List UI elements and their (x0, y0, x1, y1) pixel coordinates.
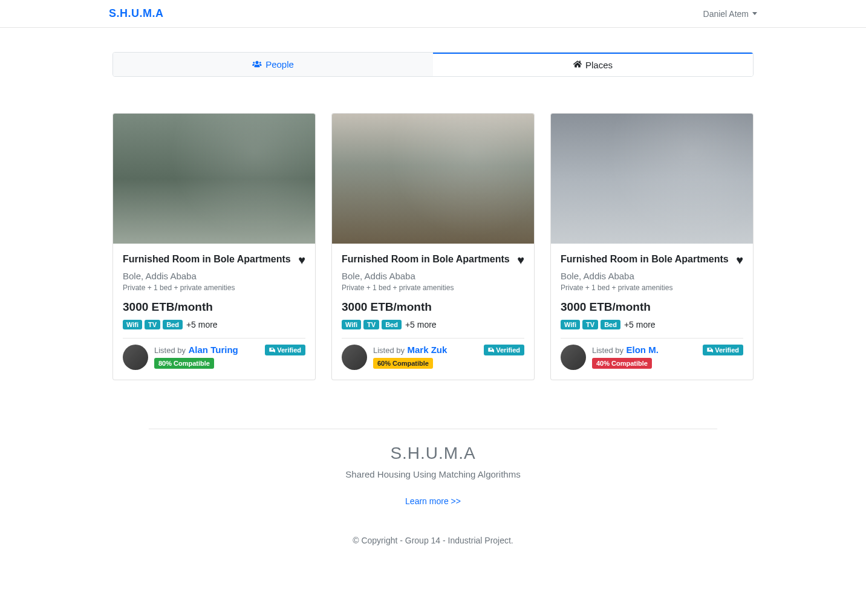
verified-icon (269, 347, 275, 353)
divider (149, 429, 717, 429)
heart-icon[interactable]: ♥ (517, 253, 524, 267)
tabs: People Places (112, 52, 754, 77)
listing-image (551, 114, 753, 244)
verified-badge: Verified (265, 345, 305, 355)
heart-icon[interactable]: ♥ (736, 253, 743, 267)
listing-title: Furnished Room in Bole Apartments (123, 253, 291, 266)
listing-meta: Private + 1 bed + private amenities (342, 284, 524, 292)
listing-price: 3000 ETB/month (561, 300, 743, 314)
avatar[interactable] (123, 345, 148, 370)
amenity-badge: Wifi (123, 320, 142, 329)
amenity-badge: Bed (601, 320, 620, 329)
places-icon (573, 60, 582, 70)
amenity-badge: Wifi (561, 320, 580, 329)
divider (123, 338, 305, 339)
main-container: People Places Furnished Room in Bole Apa… (112, 28, 754, 582)
lister-name[interactable]: Elon M. (627, 345, 659, 355)
amenity-badges: Wifi TV Bed +5 more (342, 320, 524, 329)
more-amenities: +5 more (186, 320, 218, 329)
lister-name[interactable]: Mark Zuk (408, 345, 448, 355)
amenity-badge: Bed (382, 320, 402, 329)
compatibility-badge: 80% Compatible (154, 358, 214, 369)
listing-image (113, 114, 315, 244)
listing-title: Furnished Room in Bole Apartments (561, 253, 729, 266)
amenity-badges: Wifi TV Bed +5 more (123, 320, 305, 329)
user-menu[interactable]: Daniel Atem (703, 9, 757, 19)
amenity-badge: Wifi (342, 320, 361, 329)
compatibility-badge: 60% Compatible (373, 358, 433, 369)
amenity-badges: Wifi TV Bed +5 more (561, 320, 743, 329)
verified-icon (707, 347, 713, 353)
verified-badge: Verified (484, 345, 524, 355)
copyright: © Copyright - Group 14 - Industrial Proj… (112, 536, 754, 545)
tab-people-label: People (265, 59, 294, 70)
listing-footer: Listed by Mark Zuk 60% Compatible Verifi… (342, 345, 524, 370)
listing-price: 3000 ETB/month (342, 300, 524, 314)
more-amenities: +5 more (624, 320, 656, 329)
listed-by-label: Listed by (373, 346, 405, 355)
listing-image (332, 114, 534, 244)
listed-by-label: Listed by (592, 346, 623, 355)
listing-body: Furnished Room in Bole Apartments ♥ Bole… (113, 244, 315, 380)
listing-body: Furnished Room in Bole Apartments ♥ Bole… (551, 244, 753, 380)
amenity-badge: TV (582, 320, 598, 329)
listing-title: Furnished Room in Bole Apartments (342, 253, 510, 266)
verified-icon (488, 347, 494, 353)
listing-price: 3000 ETB/month (123, 300, 305, 314)
tab-people[interactable]: People (113, 53, 433, 76)
listing-card[interactable]: Furnished Room in Bole Apartments ♥ Bole… (112, 113, 316, 380)
listing-footer: Listed by Elon M. 40% Compatible Verifie… (561, 345, 743, 370)
tab-places[interactable]: Places (433, 53, 753, 76)
heart-icon[interactable]: ♥ (298, 253, 305, 267)
listed-by-label: Listed by (154, 346, 186, 355)
listing-location: Bole, Addis Ababa (561, 271, 743, 281)
learn-more-link[interactable]: Learn more >> (405, 496, 461, 506)
listing-card[interactable]: Furnished Room in Bole Apartments ♥ Bole… (331, 113, 535, 380)
brand-logo[interactable]: S.H.U.M.A (109, 7, 164, 20)
listing-meta: Private + 1 bed + private amenities (123, 284, 305, 292)
amenity-badge: Bed (163, 320, 183, 329)
amenity-badge: TV (363, 320, 379, 329)
footer-subtitle: Shared Housing Using Matching Algorithms (112, 469, 754, 479)
user-name: Daniel Atem (703, 9, 749, 19)
chevron-down-icon (752, 12, 757, 15)
listing-body: Furnished Room in Bole Apartments ♥ Bole… (332, 244, 534, 380)
listing-location: Bole, Addis Ababa (123, 271, 305, 281)
compatibility-badge: 40% Compatible (592, 358, 652, 369)
amenity-badge: TV (145, 320, 160, 329)
listing-footer: Listed by Alan Turing 80% Compatible Ver… (123, 345, 305, 370)
footer-title: S.H.U.M.A (112, 444, 754, 463)
verified-badge: Verified (703, 345, 743, 355)
listing-location: Bole, Addis Ababa (342, 271, 524, 281)
tab-places-label: Places (585, 60, 613, 70)
listing-grid: Furnished Room in Bole Apartments ♥ Bole… (112, 113, 754, 380)
avatar[interactable] (561, 345, 586, 370)
footer: S.H.U.M.A Shared Housing Using Matching … (112, 429, 754, 545)
navbar: S.H.U.M.A Daniel Atem (0, 0, 866, 28)
avatar[interactable] (342, 345, 367, 370)
more-amenities: +5 more (405, 320, 437, 329)
divider (342, 338, 524, 339)
listing-card[interactable]: Furnished Room in Bole Apartments ♥ Bole… (550, 113, 754, 380)
listing-meta: Private + 1 bed + private amenities (561, 284, 743, 292)
divider (561, 338, 743, 339)
people-icon (252, 60, 262, 70)
lister-name[interactable]: Alan Turing (189, 345, 238, 355)
